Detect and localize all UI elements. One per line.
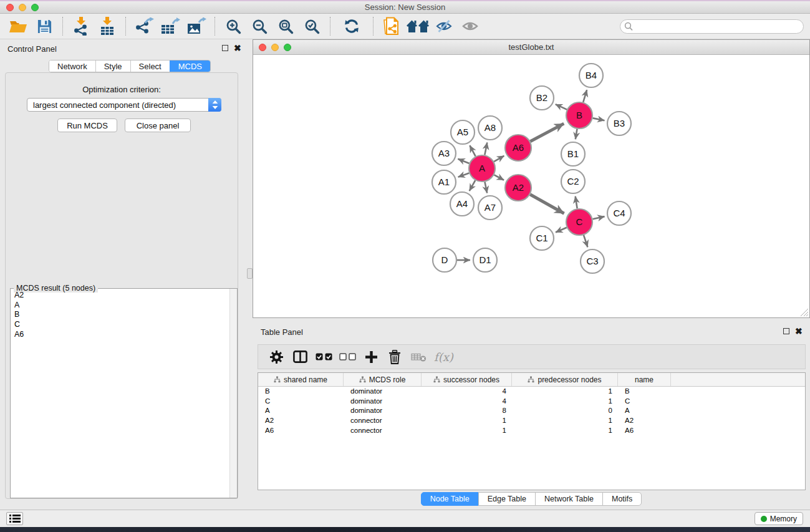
close-panel-icon[interactable]: ✖ [234,45,241,51]
graph-node-A[interactable]: A [469,155,495,181]
graph-node-B4[interactable]: B4 [579,64,603,87]
graph-node-B2[interactable]: B2 [530,86,554,110]
network-minimize-button[interactable] [271,44,279,51]
export-table-icon[interactable] [159,16,181,37]
tab-select[interactable]: Select [130,60,170,72]
graph-edge[interactable] [556,228,567,233]
float-panel-icon[interactable] [222,45,228,51]
graph-edge[interactable] [470,145,475,156]
deselect-all-icon[interactable] [335,347,359,366]
close-panel-button[interactable]: Close panel [125,118,191,132]
graph-edge[interactable] [470,180,475,191]
criterion-select[interactable]: largest connected component (directed) [27,98,221,112]
zoom-selected-icon[interactable] [301,16,323,37]
graph-node-C1[interactable]: C1 [530,226,554,250]
column-header[interactable]: successor nodes [422,373,512,386]
open-file-icon[interactable] [7,16,29,37]
window-resize-grip[interactable] [799,307,809,317]
show-panels-eye-icon[interactable] [459,16,481,37]
graph-edge[interactable] [530,195,564,214]
delete-table-icon[interactable] [407,347,430,366]
zoom-fit-icon[interactable] [274,16,297,37]
splitter-grip[interactable] [247,268,253,279]
export-image-icon[interactable] [185,16,208,37]
graph-edge[interactable] [530,123,564,142]
mcds-result-item[interactable]: C [11,320,229,330]
column-header[interactable]: name [618,373,671,386]
graph-edge[interactable] [556,104,567,110]
graph-node-B[interactable]: B [566,102,592,128]
column-header[interactable]: predecessor nodes [512,373,618,386]
table-options-gear-icon[interactable] [264,347,288,366]
mcds-result-item[interactable]: A [11,301,229,311]
column-header[interactable]: shared name [258,373,344,386]
close-table-panel-icon[interactable]: ✖ [795,328,803,334]
graph-node-C2[interactable]: C2 [561,170,585,193]
graph-node-A4[interactable]: A4 [450,192,474,216]
graph-edge[interactable] [494,175,504,180]
table-row[interactable]: Cdominator41C [258,397,805,407]
import-table-icon[interactable] [96,16,118,37]
graph-edge[interactable] [458,159,469,163]
save-session-icon[interactable] [33,16,55,37]
column-visibility-icon[interactable] [288,347,312,366]
table-row[interactable]: Adominator80A [258,406,805,416]
search-input[interactable] [620,19,804,34]
network-maximize-button[interactable] [284,44,291,51]
mcds-result-item[interactable]: A2 [11,291,229,301]
graph-node-A3[interactable]: A3 [432,142,456,165]
table-tab-edge-table[interactable]: Edge Table [478,492,536,506]
import-network-icon[interactable] [70,16,92,37]
graph-node-D1[interactable]: D1 [473,248,497,272]
graph-edge[interactable] [593,118,605,120]
graph-node-C4[interactable]: C4 [607,201,631,225]
tab-mcds[interactable]: MCDS [170,60,210,72]
graph-node-A8[interactable]: A8 [478,116,502,140]
graph-edge[interactable] [458,173,470,177]
graph-edge[interactable] [576,196,577,209]
graph-node-A7[interactable]: A7 [478,196,502,220]
home-icon[interactable] [407,16,429,37]
tab-style[interactable]: Style [95,60,130,72]
maximize-window-button[interactable] [31,4,39,11]
graph-edge[interactable] [576,129,577,140]
graph-node-B1[interactable]: B1 [561,142,585,166]
graph-node-A2[interactable]: A2 [505,175,531,201]
minimize-window-button[interactable] [19,4,26,11]
memory-button[interactable]: Memory [755,512,803,525]
graph-node-A5[interactable]: A5 [451,120,475,144]
select-all-icon[interactable] [312,347,335,366]
table-tab-network-table[interactable]: Network Table [535,492,603,506]
table-row[interactable]: Bdominator41B [258,387,805,397]
graph-node-D[interactable]: D [433,248,456,272]
float-table-panel-icon[interactable] [783,328,789,334]
mcds-result-item[interactable]: A6 [11,330,229,340]
graph-node-A6[interactable]: A6 [505,135,531,161]
graph-node-C3[interactable]: C3 [581,249,604,273]
graph-edge[interactable] [592,216,604,219]
column-header[interactable]: MCDS role [344,373,422,386]
graph-edge[interactable] [485,182,487,193]
zoom-in-icon[interactable] [222,16,244,37]
table-tab-node-table[interactable]: Node Table [421,492,479,506]
zoom-out-icon[interactable] [248,16,271,37]
graph-edge[interactable] [584,235,587,247]
network-close-button[interactable] [259,44,266,51]
hide-panels-eye-icon[interactable] [433,16,455,37]
refresh-layout-icon[interactable] [340,16,363,37]
session-from-network-icon[interactable] [380,16,403,37]
add-column-icon[interactable] [359,347,383,366]
graph-node-B3[interactable]: B3 [607,112,631,135]
export-network-icon[interactable] [133,16,155,37]
close-window-button[interactable] [6,4,14,11]
result-scrollbar[interactable] [229,289,237,498]
function-builder-icon[interactable]: f(x) [434,351,453,364]
mcds-result-item[interactable]: B [11,310,229,320]
network-canvas-svg[interactable]: B4B2BB3A8A5A6A3B1AA1C2A2A4A7C4CC1C3DD1 [254,55,810,317]
graph-node-A1[interactable]: A1 [432,170,456,194]
graph-edge[interactable] [494,156,504,162]
graph-edge[interactable] [583,90,587,102]
table-row[interactable]: A2connector11A2 [258,416,805,426]
graph-edge[interactable] [485,143,487,155]
table-tab-motifs[interactable]: Motifs [602,492,642,506]
